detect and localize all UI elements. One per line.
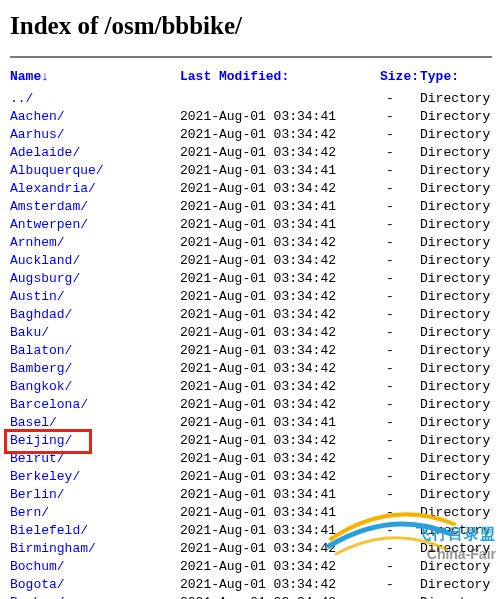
modified-cell: 2021-Aug-01 03:34:42	[180, 396, 360, 414]
directory-link[interactable]: Aarhus/	[10, 127, 65, 142]
type-cell: Directory	[420, 306, 492, 324]
modified-cell: 2021-Aug-01 03:34:42	[180, 270, 360, 288]
directory-link[interactable]: Beirut/	[10, 451, 65, 466]
directory-link[interactable]: Arnhem/	[10, 235, 65, 250]
size-cell: -	[360, 594, 420, 599]
directory-link[interactable]: Amsterdam/	[10, 199, 88, 214]
type-cell: Directory	[420, 270, 492, 288]
modified-cell: 2021-Aug-01 03:34:41	[180, 522, 360, 540]
directory-link[interactable]: Aachen/	[10, 109, 65, 124]
size-cell: -	[360, 450, 420, 468]
modified-cell: 2021-Aug-01 03:34:42	[180, 342, 360, 360]
directory-link[interactable]: Bochum/	[10, 559, 65, 574]
list-row: Baghdad/2021-Aug-01 03:34:42-Directory	[10, 306, 492, 324]
list-row: Aachen/2021-Aug-01 03:34:41-Directory	[10, 108, 492, 126]
header-modified[interactable]: Last Modified:	[180, 68, 380, 86]
directory-link[interactable]: Adelaide/	[10, 145, 80, 160]
directory-link[interactable]: Alexandria/	[10, 181, 96, 196]
directory-link[interactable]: Bogota/	[10, 577, 65, 592]
list-row: Barcelona/2021-Aug-01 03:34:42-Directory	[10, 396, 492, 414]
list-row: Austin/2021-Aug-01 03:34:42-Directory	[10, 288, 492, 306]
modified-cell: 2021-Aug-01 03:34:42	[180, 450, 360, 468]
directory-link[interactable]: Baghdad/	[10, 307, 72, 322]
type-cell: Directory	[420, 396, 492, 414]
list-row: Amsterdam/2021-Aug-01 03:34:41-Directory	[10, 198, 492, 216]
header-size[interactable]: Size:	[380, 68, 420, 86]
size-cell: -	[360, 342, 420, 360]
directory-listing: Name↓ Last Modified: Size: Type: ../ - D…	[10, 68, 492, 599]
directory-link[interactable]: Balaton/	[10, 343, 72, 358]
list-row: Albuquerque/2021-Aug-01 03:34:41-Directo…	[10, 162, 492, 180]
directory-link[interactable]: Augsburg/	[10, 271, 80, 286]
list-row: Arnhem/2021-Aug-01 03:34:42-Directory	[10, 234, 492, 252]
type-cell: Directory	[420, 576, 492, 594]
modified-cell: 2021-Aug-01 03:34:42	[180, 378, 360, 396]
modified-cell: 2021-Aug-01 03:34:42	[180, 468, 360, 486]
type-cell: Directory	[420, 522, 492, 540]
type-cell: Directory	[420, 414, 492, 432]
directory-link[interactable]: Basel/	[10, 415, 57, 430]
size-cell: -	[360, 180, 420, 198]
header-name[interactable]: Name↓	[10, 68, 180, 86]
directory-link[interactable]: Berlin/	[10, 487, 65, 502]
modified-cell: 2021-Aug-01 03:34:42	[180, 252, 360, 270]
modified-cell: 2021-Aug-01 03:34:42	[180, 126, 360, 144]
list-row: Alexandria/2021-Aug-01 03:34:42-Director…	[10, 180, 492, 198]
size-cell: -	[360, 378, 420, 396]
type-cell: Directory	[420, 468, 492, 486]
size-cell: -	[360, 108, 420, 126]
parent-row: ../ - Directory	[10, 90, 492, 108]
directory-link[interactable]: Bielefeld/	[10, 523, 88, 538]
size-cell: -	[360, 216, 420, 234]
type-cell: Directory	[420, 342, 492, 360]
type-cell: Directory	[420, 234, 492, 252]
directory-link[interactable]: Barcelona/	[10, 397, 88, 412]
list-row: Bogota/2021-Aug-01 03:34:42-Directory	[10, 576, 492, 594]
size-cell: -	[360, 234, 420, 252]
size-cell: -	[360, 558, 420, 576]
type-cell: Directory	[420, 504, 492, 522]
directory-link[interactable]: Bern/	[10, 505, 49, 520]
directory-link[interactable]: Antwerpen/	[10, 217, 88, 232]
directory-link[interactable]: Auckland/	[10, 253, 80, 268]
modified-cell: 2021-Aug-01 03:34:42	[180, 234, 360, 252]
parent-type: Directory	[420, 90, 492, 108]
modified-cell: 2021-Aug-01 03:34:42	[180, 540, 360, 558]
list-row: Balaton/2021-Aug-01 03:34:42-Directory	[10, 342, 492, 360]
directory-link[interactable]: Bamberg/	[10, 361, 72, 376]
page-title: Index of /osm/bbbike/	[10, 12, 492, 40]
type-cell: Directory	[420, 108, 492, 126]
directory-link[interactable]: Beijing/	[10, 433, 72, 448]
size-cell: -	[360, 144, 420, 162]
size-cell: -	[360, 126, 420, 144]
modified-cell: 2021-Aug-01 03:34:42	[180, 594, 360, 599]
size-cell: -	[360, 522, 420, 540]
list-row: Birmingham/2021-Aug-01 03:34:42-Director…	[10, 540, 492, 558]
list-row: Bombay/2021-Aug-01 03:34:42-Directory	[10, 594, 492, 599]
size-cell: -	[360, 324, 420, 342]
header-type[interactable]: Type:	[420, 68, 492, 86]
type-cell: Directory	[420, 594, 492, 599]
list-row: Augsburg/2021-Aug-01 03:34:42-Directory	[10, 270, 492, 288]
directory-link[interactable]: Austin/	[10, 289, 65, 304]
directory-link[interactable]: Albuquerque/	[10, 163, 104, 178]
modified-cell: 2021-Aug-01 03:34:42	[180, 180, 360, 198]
modified-cell: 2021-Aug-01 03:34:41	[180, 216, 360, 234]
type-cell: Directory	[420, 540, 492, 558]
modified-cell: 2021-Aug-01 03:34:41	[180, 108, 360, 126]
directory-link[interactable]: Bangkok/	[10, 379, 72, 394]
type-cell: Directory	[420, 216, 492, 234]
directory-link[interactable]: Baku/	[10, 325, 49, 340]
directory-link[interactable]: Bombay/	[10, 595, 65, 599]
parent-link[interactable]: ../	[10, 91, 33, 106]
size-cell: -	[360, 396, 420, 414]
directory-link[interactable]: Berkeley/	[10, 469, 80, 484]
type-cell: Directory	[420, 126, 492, 144]
divider	[10, 56, 492, 58]
list-row: Aarhus/2021-Aug-01 03:34:42-Directory	[10, 126, 492, 144]
size-cell: -	[360, 576, 420, 594]
size-cell: -	[360, 288, 420, 306]
list-row: Bamberg/2021-Aug-01 03:34:42-Directory	[10, 360, 492, 378]
modified-cell: 2021-Aug-01 03:34:42	[180, 576, 360, 594]
directory-link[interactable]: Birmingham/	[10, 541, 96, 556]
